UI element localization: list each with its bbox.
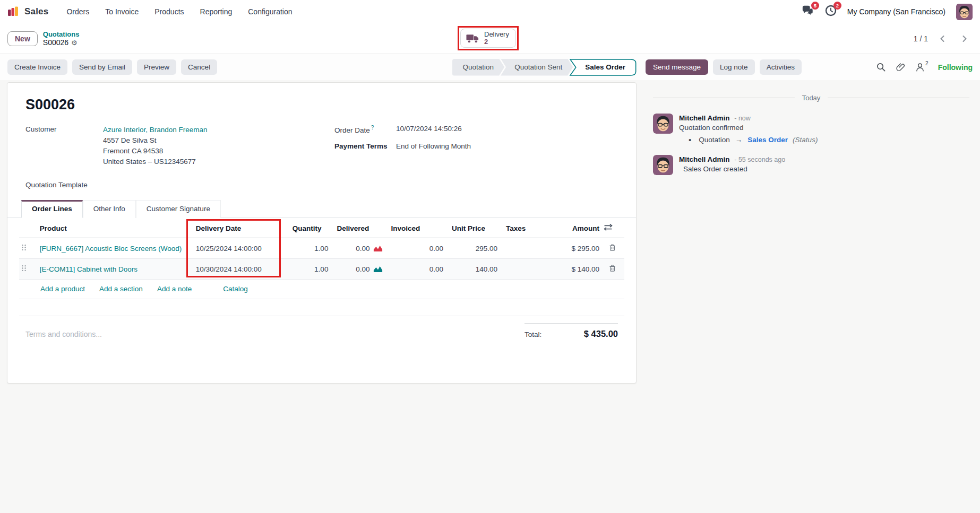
following-toggle[interactable]: Following	[938, 63, 973, 72]
quantity-cell[interactable]: 1.00	[288, 238, 333, 259]
date-separator: Today	[653, 94, 969, 102]
status-quotation[interactable]: Quotation	[452, 59, 505, 76]
app-name[interactable]: Sales	[24, 6, 48, 17]
status-quotation-sent[interactable]: Quotation Sent	[501, 59, 573, 76]
message-body: Quotation confirmed	[679, 124, 818, 132]
col-delivered[interactable]: Delivered	[332, 218, 386, 238]
delivery-date-cell[interactable]: 10/30/2024 14:00:00	[192, 259, 288, 280]
optional-columns-button[interactable]	[604, 218, 624, 238]
amount-cell: $ 140.00	[535, 259, 604, 280]
customer-address-line: Fremont CA 94538	[103, 146, 208, 156]
terms-and-conditions-input[interactable]: Terms and conditions...	[21, 324, 525, 339]
add-product-link[interactable]: Add a product	[40, 285, 85, 293]
send-by-email-button[interactable]: Send by Email	[72, 59, 132, 75]
customer-link[interactable]: Azure Interior, Brandon Freeman	[103, 126, 208, 134]
col-quantity[interactable]: Quantity	[288, 218, 333, 238]
bullet-icon: •	[689, 135, 691, 144]
menu-configuration[interactable]: Configuration	[248, 7, 292, 16]
status-sales-order[interactable]: Sales Order	[569, 59, 637, 76]
menu-reporting[interactable]: Reporting	[200, 7, 233, 16]
breadcrumb-current: S00026	[43, 39, 68, 46]
col-product[interactable]: Product	[36, 218, 192, 238]
truck-icon	[466, 33, 479, 44]
total-value: $ 435.00	[584, 329, 618, 339]
col-taxes[interactable]: Taxes	[502, 218, 535, 238]
message-body: Sales Order created	[683, 165, 785, 173]
follower-person-icon	[915, 62, 925, 72]
delivered-cell[interactable]: 0.00	[332, 238, 386, 259]
add-section-link[interactable]: Add a section	[99, 285, 143, 293]
delivered-cell[interactable]: 0.00	[332, 259, 386, 280]
drag-handle[interactable]	[19, 238, 36, 259]
taxes-cell[interactable]	[502, 259, 535, 280]
unit-price-cell[interactable]: 295.00	[448, 238, 502, 259]
user-avatar[interactable]	[956, 4, 973, 20]
empty-line-row	[19, 299, 624, 316]
chevron-left-icon	[939, 35, 945, 42]
product-link[interactable]: [FURN_6667] Acoustic Bloc Screens (Wood)	[40, 245, 182, 253]
top-navbar: Sales Orders To Invoice Products Reporti…	[0, 0, 980, 23]
col-delivery-date[interactable]: Delivery Date	[192, 218, 288, 238]
order-date-hint-icon[interactable]: ?	[371, 125, 374, 131]
pager-previous-button[interactable]	[934, 31, 950, 47]
unit-price-cell[interactable]: 140.00	[448, 259, 502, 280]
delivery-date-cell[interactable]: 10/25/2024 14:00:00	[192, 238, 288, 259]
delete-line-button[interactable]	[604, 259, 624, 280]
message-author-avatar[interactable]	[653, 155, 673, 175]
menu-to-invoice[interactable]: To Invoice	[105, 7, 139, 16]
activities-menu-button[interactable]: 2	[825, 5, 837, 19]
col-amount[interactable]: Amount	[572, 224, 599, 232]
messages-menu-button[interactable]: 5	[802, 5, 814, 19]
create-invoice-button[interactable]: Create Invoice	[7, 59, 67, 75]
invoiced-cell[interactable]: 0.00	[387, 238, 448, 259]
delivery-label: Delivery	[484, 30, 509, 38]
send-message-button[interactable]: Send message	[646, 59, 708, 75]
cancel-button[interactable]: Cancel	[181, 59, 217, 75]
breadcrumb-quotations[interactable]: Quotations	[43, 31, 80, 38]
tab-other-info[interactable]: Other Info	[83, 200, 136, 218]
order-date-value[interactable]: 10/07/2024 14:50:26	[396, 125, 462, 134]
actions-gear-icon[interactable]: ⚙	[71, 39, 78, 46]
drag-handle-icon	[20, 243, 28, 252]
drag-handle[interactable]	[19, 259, 36, 280]
message-author[interactable]: Mitchell Admin	[679, 114, 730, 122]
tracking-value-change: • Quotation → Sales Order (Status)	[679, 135, 818, 144]
odoo-logo-icon	[7, 6, 19, 18]
payment-terms-value[interactable]: End of Following Month	[396, 142, 471, 150]
payment-terms-label: Payment Terms	[334, 142, 396, 150]
tab-customer-signature[interactable]: Customer Signature	[136, 200, 221, 218]
quantity-cell[interactable]: 1.00	[288, 259, 333, 280]
delete-line-button[interactable]	[604, 238, 624, 259]
product-link[interactable]: [E-COM11] Cabinet with Doors	[40, 265, 137, 273]
order-line-row[interactable]: [E-COM11] Cabinet with Doors 10/30/2024 …	[19, 259, 624, 280]
message-author-avatar[interactable]	[653, 114, 673, 134]
followers-button[interactable]: 2	[915, 62, 929, 72]
attachments-button[interactable]	[896, 62, 906, 72]
new-button[interactable]: New	[7, 31, 38, 46]
activities-button[interactable]: Activities	[760, 59, 802, 75]
catalog-link[interactable]: Catalog	[223, 285, 248, 293]
col-invoiced[interactable]: Invoiced	[387, 218, 448, 238]
log-note-button[interactable]: Log note	[713, 59, 755, 75]
col-unit-price[interactable]: Unit Price	[448, 218, 502, 238]
quotation-template-label: Quotation Template	[25, 181, 622, 189]
forecast-chart-icon[interactable]	[373, 245, 383, 252]
menu-products[interactable]: Products	[154, 7, 184, 16]
search-messages-button[interactable]	[876, 62, 886, 72]
menu-orders[interactable]: Orders	[66, 7, 89, 16]
delivery-smart-button[interactable]: Delivery 2	[460, 29, 516, 48]
forecast-chart-icon[interactable]	[373, 266, 383, 273]
main-menu: Orders To Invoice Products Reporting Con…	[66, 7, 292, 16]
customer-address-line: United States – US12345677	[103, 156, 208, 167]
tab-order-lines[interactable]: Order Lines	[21, 200, 83, 218]
order-line-row[interactable]: [FURN_6667] Acoustic Bloc Screens (Wood)…	[19, 238, 624, 259]
app-switcher[interactable]: Sales	[7, 6, 48, 18]
invoiced-cell[interactable]: 0.00	[387, 259, 448, 280]
pager-next-button[interactable]	[957, 31, 973, 47]
add-note-link[interactable]: Add a note	[157, 285, 192, 293]
taxes-cell[interactable]	[502, 238, 535, 259]
notebook-tabs: Order Lines Other Info Customer Signatur…	[7, 199, 636, 218]
message-author[interactable]: Mitchell Admin	[679, 155, 730, 163]
preview-button[interactable]: Preview	[137, 59, 176, 75]
company-name[interactable]: My Company (San Francisco)	[847, 7, 945, 16]
